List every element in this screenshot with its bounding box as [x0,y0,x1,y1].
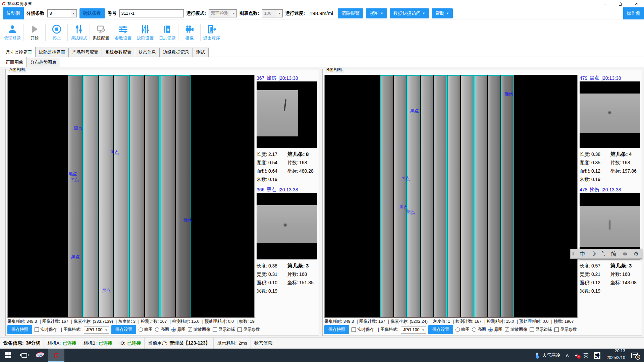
camera-a-connection: 相机A:已连接 [44,338,80,349]
operator-side-button[interactable]: 操作侧 [623,7,644,19]
display-time-segment: 显示耗时:2ms [214,338,251,349]
realtime-save-checkbox[interactable]: 实时保存 [352,327,374,333]
panel-a-title: A面相机 [8,67,27,73]
defect-card[interactable]: 479黑点|20:13:38 长度:0.38 宽度:0.35 面积:0.12 米… [580,75,640,184]
windows-logo-icon [5,352,11,358]
save-snapshot-button[interactable]: 保存快照 [7,325,32,334]
vision-app-taskbar-button[interactable]: Ϲ [48,349,64,362]
subtab-trend-chart[interactable]: 分布趋势图表 [26,58,60,67]
ime-pinyin-button[interactable]: 拼 [591,349,603,362]
task-view-button[interactable] [16,349,32,362]
clear-alarm-button[interactable]: 清除报警 [338,8,363,18]
defect-marker-label: 黑点 [74,125,83,131]
film-strip [145,75,160,317]
realtime-save-checkbox[interactable]: 实时保存 [35,327,57,333]
defect-stats: 长度:0.38 宽度:0.31 面积:0.10 米数:0.19 第几条:3 片数… [257,259,317,295]
exit-program-button[interactable]: 退出程序 [201,19,223,46]
notification-center-button[interactable]: 6 [629,349,644,362]
defect-settings-button[interactable]: 缺陷设置 [134,19,156,46]
run-mode-select[interactable]: 双面检测 ▾ [209,9,237,17]
log-record-button[interactable]: 日志记录 [156,19,178,46]
save-settings-button[interactable]: 保存设置 [111,325,136,334]
original-image-radio[interactable]: 原图 [488,327,502,333]
tab-test[interactable]: 测试 [193,48,209,57]
show-edge-checkbox[interactable]: 显示边缘 [530,327,552,333]
ime-toolbar: ‖ 中 ☽ °, 简 ☺ ⚙ [570,249,642,259]
slit-count-select[interactable]: 8 ▾ [47,9,77,17]
system-config-button[interactable]: 系统配置 [90,19,112,46]
image-format-label: ｜图像格式: [376,327,398,333]
dark-image-radio[interactable]: 暗图 [455,327,470,333]
dropdown-arrow-icon: ▼ [380,12,383,15]
ime-fullwidth-icon[interactable]: ☽ [591,250,596,257]
tray-expand-button[interactable]: ^ [563,349,572,362]
pinyin-icon: 拼 [594,352,600,359]
restore-button[interactable] [613,0,629,7]
ime-language-button[interactable]: 英 [581,349,591,362]
confirm-count-button[interactable]: 确认条数 [79,8,105,18]
main-content: A面相机 黑点黑点黑点黑点挫伤黑点黑点 采集耗时: 348.3 ｜图像计数: 1… [0,67,644,337]
image-format-select[interactable]: JPG 100∨ [84,326,109,334]
chart-points-select[interactable]: 100 ▾ [262,9,283,17]
ime-emoji-icon[interactable]: ☺ [622,250,628,257]
minimize-button[interactable]: – [598,0,613,7]
view-menu-button[interactable]: 视图▼ [366,8,387,18]
notification-badge: 6 [635,355,640,360]
drive-side-button[interactable]: 传动侧 [3,7,24,19]
panel-b-title: B面相机 [325,67,344,73]
roll-number-input[interactable] [119,9,184,17]
show-edge-checkbox[interactable]: 显示边缘 [213,327,235,333]
film-strip [501,75,514,317]
defect-card[interactable]: 366黑点|20:13:38 长度:0.38 宽度:0.31 面积:0.10 米… [257,186,317,295]
original-image-radio[interactable]: 原图 [171,327,185,333]
tab-status-info[interactable]: 状态信息 [135,48,160,57]
tab-product-model-config[interactable]: 产品型号配置 [68,48,102,57]
taskbar-clock[interactable]: 20:13 2025/2/10 [603,349,629,362]
bright-image-radio[interactable]: 亮图 [472,327,486,333]
data-quick-access-button[interactable]: 数据快捷访问▼ [390,8,429,18]
debug-mode-button[interactable]: 调试模式 [68,19,90,46]
film-strip [176,75,191,317]
zoom-image-checkbox[interactable]: 缩放图像 [505,327,527,333]
show-count-checkbox[interactable]: 显示条数 [554,327,577,333]
dark-image-radio[interactable]: 暗图 [139,327,153,333]
defect-stats: 长度:0.38 宽度:0.35 面积:0.12 米数:0.19 第几条:4 片数… [580,148,640,184]
close-button[interactable]: × [629,0,644,7]
windows-taskbar: ✂ Ϲ 天气寒冷 ^ ◄× 英 拼 20:13 2025/2/10 6 [0,349,644,362]
snipping-tool-button[interactable]: ✂ [32,349,48,362]
image-format-select[interactable]: JPG 100∨ [401,326,426,334]
tab-size-monitor[interactable]: 尺寸监控界面 [2,47,36,57]
help-menu-button[interactable]: 帮助▼ [432,8,453,18]
volume-button[interactable]: ◄× [572,349,581,362]
log-book-icon [162,24,172,34]
start-button[interactable]: 开始 [23,19,46,46]
start-button[interactable] [0,349,16,362]
capture-button[interactable]: 摄像 [178,19,201,46]
film-strip [114,75,129,317]
ime-punctuation-icon[interactable]: °, [601,250,605,257]
subtab-front-image[interactable]: 正面图像 [2,57,27,67]
ime-chinese-mode-button[interactable]: 中 [580,250,585,258]
ime-drag-handle[interactable]: ‖ [572,251,574,256]
defect-card[interactable]: 478挫伤|20:13:38 长度:0.57 宽度:0.21 面积:0.12 米… [580,186,640,295]
admin-login-button[interactable]: 管理登录 [1,19,23,46]
ime-simplified-icon[interactable]: 简 [611,250,616,258]
camera-panel-a: A面相机 黑点黑点黑点黑点挫伤黑点黑点 采集耗时: 348.3 ｜图像计数: 1… [5,69,319,336]
defect-card[interactable]: 367挫伤|20:13:38 长度:2.17 宽度:0.54 面积:0.64 米… [257,75,317,184]
defect-marker-label: 黑点 [70,177,79,183]
weather-widget[interactable]: 天气寒冷 [534,349,563,362]
film-strip [421,75,433,317]
save-settings-button[interactable]: 保存设置 [428,325,453,334]
defect-marker-label: 黑点 [71,254,80,260]
tab-defect-monitor[interactable]: 缺陷监控界面 [35,48,69,57]
tab-edge-data-record[interactable]: 边缘数据记录 [159,48,193,57]
parameter-settings-button[interactable]: 参数设置 [112,19,134,46]
app-window: Ϲ 视觉检测系统 – × 传动侧 分切条数 8 ▾ 确认条数 卷号 运行模式: … [0,0,644,362]
bright-image-radio[interactable]: 亮图 [155,327,169,333]
save-snapshot-button[interactable]: 保存快照 [324,325,349,334]
camera-panel-b: B面相机 黑点挫伤黑点黑点黑点 采集耗时: 349.3 ｜图像计数: 167 ｜… [322,69,642,336]
tab-system-param-config[interactable]: 系统参数配置 [102,48,135,57]
zoom-image-checkbox[interactable]: 缩放图像 [188,327,210,333]
ime-settings-icon[interactable]: ⚙ [634,250,639,257]
stop-button[interactable]: 停止 [46,19,68,46]
